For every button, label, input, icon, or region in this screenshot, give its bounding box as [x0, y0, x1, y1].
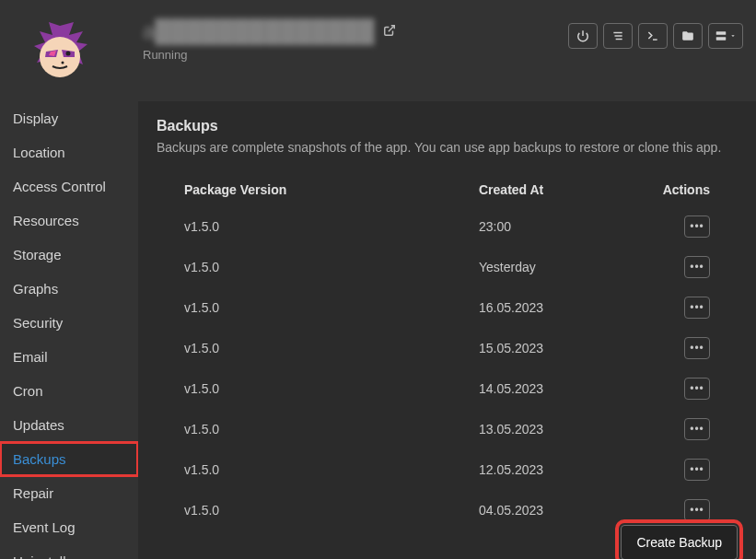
sidebar-item-label: Backups	[13, 451, 66, 467]
sidebar-item-updates[interactable]: Updates	[0, 408, 138, 442]
row-actions-button[interactable]: •••	[684, 499, 710, 521]
sidebar-item-label: Security	[13, 315, 63, 331]
sidebar-item-cron[interactable]: Cron	[0, 374, 138, 408]
cell-version: v1.5.0	[184, 422, 479, 437]
sidebar-item-event-log[interactable]: Event Log	[0, 510, 138, 544]
column-header-created: Created At	[479, 182, 655, 197]
cell-created: 12.05.2023	[479, 462, 655, 477]
section-description: Backups are complete snapshots of the ap…	[157, 140, 738, 155]
sidebar-item-uninstall[interactable]: Uninstall	[0, 544, 138, 559]
cell-created: Yesterday	[479, 260, 655, 274]
cell-version: v1.5.0	[184, 503, 479, 518]
sidebar-item-label: Access Control	[13, 179, 106, 194]
cell-version: v1.5.0	[184, 219, 479, 234]
row-actions-button[interactable]: •••	[684, 297, 710, 319]
external-link-icon[interactable]	[383, 24, 396, 40]
column-header-actions: Actions	[655, 182, 710, 197]
sidebar-item-display[interactable]: Display	[0, 101, 138, 135]
cell-created: 14.05.2023	[479, 381, 655, 396]
create-backup-button[interactable]: Create Backup	[621, 525, 738, 559]
sidebar-item-label: Email	[13, 349, 48, 365]
sidebar-item-resources[interactable]: Resources	[0, 204, 138, 238]
sidebar-item-location[interactable]: Location	[0, 135, 138, 169]
table-header: Package Version Created At Actions	[157, 173, 738, 206]
svg-rect-11	[716, 37, 727, 41]
power-button[interactable]	[568, 23, 598, 49]
sidebar-item-repair[interactable]: Repair	[0, 476, 138, 510]
svg-line-4	[389, 25, 394, 30]
sidebar-item-email[interactable]: Email	[0, 340, 138, 374]
sidebar-item-label: Graphs	[13, 281, 58, 297]
sidebar-item-access-control[interactable]: Access Control	[0, 169, 138, 204]
sidebar-item-security[interactable]: Security	[0, 306, 138, 340]
sidebar-item-storage[interactable]: Storage	[0, 238, 138, 272]
table-row: v1.5.0 13.05.2023 •••	[157, 409, 738, 449]
sidebar: Display Location Access Control Resource…	[0, 101, 138, 559]
sidebar-item-label: Storage	[13, 247, 62, 262]
terminal-button[interactable]	[638, 23, 668, 49]
sidebar-item-label: Display	[13, 111, 58, 126]
row-actions-button[interactable]: •••	[684, 378, 710, 400]
svg-rect-10	[716, 31, 727, 35]
cell-created: 15.05.2023	[479, 341, 655, 355]
table-row: v1.5.0 14.05.2023 •••	[157, 368, 738, 409]
cell-version: v1.5.0	[184, 462, 479, 477]
app-avatar	[23, 18, 97, 92]
sidebar-item-graphs[interactable]: Graphs	[0, 272, 138, 306]
sidebar-item-label: Uninstall	[13, 553, 66, 559]
row-actions-button[interactable]: •••	[684, 215, 710, 238]
row-actions-button[interactable]: •••	[684, 418, 710, 440]
cell-created: 13.05.2023	[479, 422, 655, 437]
table-row: v1.5.0 12.05.2023 •••	[157, 449, 738, 490]
section-title: Backups	[157, 118, 738, 134]
cell-created: 04.05.2023	[479, 503, 655, 518]
table-row: v1.5.0 15.05.2023 •••	[157, 328, 738, 368]
cell-version: v1.5.0	[184, 341, 479, 355]
table-row: v1.5.0 Yesterday •••	[157, 247, 738, 287]
sidebar-item-label: Event Log	[13, 519, 76, 535]
sidebar-item-label: Cron	[13, 383, 43, 399]
sidebar-item-label: Repair	[13, 485, 53, 501]
cell-version: v1.5.0	[184, 300, 479, 315]
logs-button[interactable]	[603, 23, 633, 49]
sidebar-item-label: Resources	[13, 213, 79, 228]
svg-point-3	[62, 62, 64, 64]
cell-created: 23:00	[479, 219, 655, 234]
row-actions-button[interactable]: •••	[684, 337, 710, 359]
app-status: Running	[143, 48, 568, 62]
cell-version: v1.5.0	[184, 260, 479, 274]
sidebar-item-label: Updates	[13, 417, 64, 433]
row-actions-button[interactable]: •••	[684, 459, 710, 481]
table-row: v1.5.0 16.05.2023 •••	[157, 287, 738, 328]
cell-version: v1.5.0	[184, 381, 479, 396]
row-actions-button[interactable]: •••	[684, 256, 710, 278]
app-title: a██████████████	[143, 18, 568, 44]
sidebar-item-backups[interactable]: Backups	[0, 442, 138, 476]
column-header-version: Package Version	[184, 182, 479, 197]
files-button[interactable]	[673, 23, 703, 49]
storage-dropdown-button[interactable]	[708, 23, 743, 49]
table-row: v1.5.0 23:00 •••	[157, 206, 738, 247]
cell-created: 16.05.2023	[479, 300, 655, 315]
svg-point-2	[66, 52, 71, 56]
sidebar-item-label: Location	[13, 145, 65, 160]
